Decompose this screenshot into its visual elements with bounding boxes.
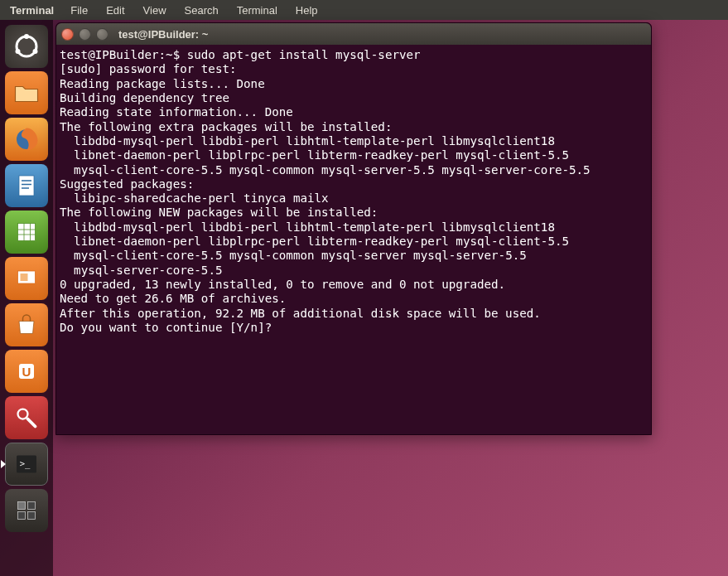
terminal-window: test@IPBuilder: ~ test@IPBuilder:~$ sudo… <box>55 22 652 435</box>
terminal-line: libipc-sharedcache-perl tinyca mailx <box>60 191 648 206</box>
svg-point-3 <box>33 49 38 54</box>
terminal-line: The following NEW packages will be insta… <box>60 206 648 220</box>
menu-search[interactable]: Search <box>176 4 227 17</box>
terminal-line: Do you want to continue [Y/n]? <box>60 321 648 335</box>
terminal-line: mysql-server-core-5.5 <box>60 264 648 278</box>
launcher-settings[interactable] <box>5 396 48 439</box>
svg-rect-15 <box>21 273 28 281</box>
window-maximize-button[interactable] <box>96 28 108 41</box>
svg-point-1 <box>24 34 29 39</box>
ubuntu-logo-icon <box>12 31 41 61</box>
terminal-line: After this operation, 92.2 MB of additio… <box>60 307 648 321</box>
launcher-terminal[interactable]: >_ <box>5 443 48 486</box>
terminal-line: Suggested packages: <box>60 177 648 191</box>
menubar-app-name: Terminal <box>3 4 60 17</box>
window-title: test@IPBuilder: ~ <box>118 28 208 41</box>
terminal-line: mysql-client-core-5.5 mysql-common mysql… <box>60 249 648 263</box>
menu-help[interactable]: Help <box>287 4 326 17</box>
document-icon <box>12 171 41 201</box>
terminal-line: Need to get 26.6 MB of archives. <box>60 292 648 306</box>
terminal-line: Reading state information... Done <box>60 105 648 119</box>
launcher-files[interactable] <box>5 71 48 114</box>
window-titlebar[interactable]: test@IPBuilder: ~ <box>56 23 651 45</box>
ubuntu-one-icon: U <box>12 356 41 386</box>
terminal-icon: >_ <box>12 449 41 479</box>
terminal-line: [sudo] password for test: <box>60 62 648 76</box>
svg-rect-21 <box>18 502 26 510</box>
launcher-ubuntu-one[interactable]: U <box>5 350 48 393</box>
terminal-output[interactable]: test@IPBuilder:~$ sudo apt-get install m… <box>56 45 651 434</box>
menu-terminal[interactable]: Terminal <box>229 4 286 17</box>
shopping-bag-icon <box>12 310 41 340</box>
launcher-software-center[interactable] <box>5 303 48 346</box>
terminal-line: Reading package lists... Done <box>60 77 648 91</box>
launcher-writer[interactable] <box>5 164 48 207</box>
svg-point-0 <box>17 36 36 56</box>
workspace-icon <box>12 496 41 525</box>
terminal-line: Building dependency tree <box>60 91 648 105</box>
launcher-workspace-switcher[interactable] <box>5 489 48 532</box>
menu-edit[interactable]: Edit <box>98 4 133 17</box>
terminal-line: 0 upgraded, 13 newly installed, 0 to rem… <box>60 278 648 292</box>
launcher-calc[interactable] <box>5 211 48 254</box>
window-minimize-button[interactable] <box>79 28 91 41</box>
terminal-line: mysql-client-core-5.5 mysql-common mysql… <box>60 163 648 177</box>
launcher-dash[interactable] <box>5 25 48 68</box>
svg-rect-9 <box>18 224 36 241</box>
spreadsheet-icon <box>12 217 41 247</box>
terminal-line: libnet-daemon-perl libplrpc-perl libterm… <box>60 235 648 249</box>
presentation-icon <box>12 264 41 293</box>
terminal-line: test@IPBuilder:~$ sudo apt-get install m… <box>60 48 648 62</box>
terminal-line: libnet-daemon-perl libplrpc-perl libterm… <box>60 148 648 162</box>
gear-wrench-icon <box>12 403 41 433</box>
svg-rect-24 <box>28 512 36 520</box>
menu-file[interactable]: File <box>62 4 96 17</box>
svg-text:>_: >_ <box>20 458 31 469</box>
window-close-button[interactable] <box>61 28 74 41</box>
terminal-line: libdbd-mysql-perl libdbi-perl libhtml-te… <box>60 134 648 148</box>
svg-point-18 <box>18 409 28 419</box>
svg-text:U: U <box>22 365 31 379</box>
terminal-line: The following extra packages will be ins… <box>60 120 648 134</box>
svg-rect-22 <box>28 502 36 510</box>
global-menubar: Terminal File Edit View Search Terminal … <box>0 0 728 20</box>
svg-rect-23 <box>18 512 26 520</box>
unity-launcher: U >_ <box>0 20 53 576</box>
launcher-impress[interactable] <box>5 257 48 300</box>
svg-point-2 <box>16 49 21 54</box>
folder-icon <box>12 78 41 108</box>
terminal-line: libdbd-mysql-perl libdbi-perl libhtml-te… <box>60 220 648 235</box>
svg-rect-5 <box>19 176 34 196</box>
launcher-firefox[interactable] <box>5 118 48 161</box>
firefox-icon <box>12 124 41 154</box>
menu-view[interactable]: View <box>135 4 175 17</box>
